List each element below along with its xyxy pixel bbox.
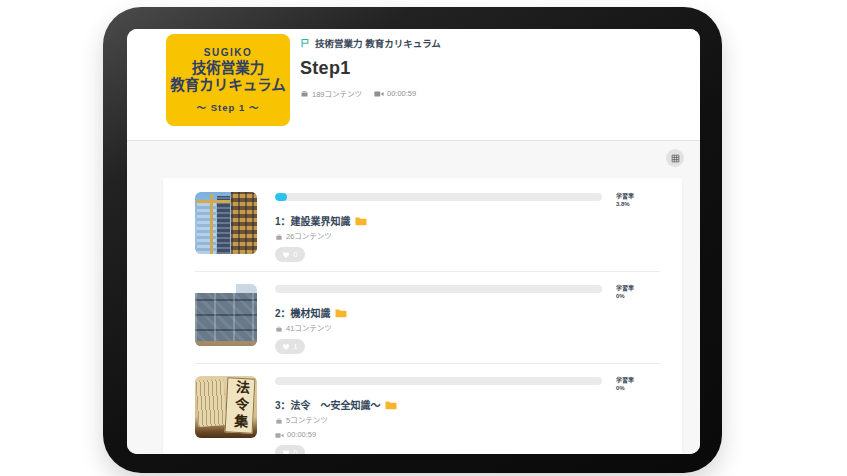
thumbnail-art [196,200,231,203]
header-meta: 189コンテンツ 00:00:59 [300,88,441,99]
breadcrumb[interactable]: 技術営業力 教育カリキュラム [300,36,441,50]
tablet-frame: SUGIKO 技術営業力 教育カリキュラム ～ Step 1 ～ 技術営業力 [103,7,722,473]
folder-icon [355,216,367,226]
page: SUGIKO 技術営業力 教育カリキュラム ～ Step 1 ～ 技術営業力 [0,0,847,476]
heart-icon [282,251,290,259]
logo-line2: 教育カリキュラム [170,77,286,95]
folder-icon [335,308,347,318]
course-contents-count: 26コンテンツ [275,232,660,242]
heart-icon [282,343,290,351]
flag-icon [300,38,310,48]
course-row-3: 法令集 学習率 0% [195,363,660,454]
logo-line1: 技術営業力 [192,60,265,78]
like-button[interactable]: 1 [275,339,305,354]
app-body: 学習率 3.8% 1：建設業界知識 [127,141,700,454]
learning-rate: 学習率 0% [602,376,660,392]
header-contents-count: 189コンテンツ [300,88,362,99]
thumbnail-book-title: 法令集 [229,380,252,432]
thumbnail-art [195,379,226,427]
breadcrumb-label: 技術営業力 教育カリキュラム [315,36,441,50]
like-count: 0 [293,448,297,454]
folder-icon [385,400,397,410]
course-thumbnail-construction[interactable] [195,192,257,254]
course-contents-count: 41コンテンツ [275,324,660,334]
course-row-1: 学習率 3.8% 1：建設業界知識 [195,180,660,271]
like-count: 1 [293,342,297,351]
app-header: SUGIKO 技術営業力 教育カリキュラム ～ Step 1 ～ 技術営業力 [127,29,700,141]
course-title-label: 2：機材知識 [275,305,331,320]
like-button[interactable]: 0 [275,247,305,262]
progress-row: 学習率 0% [275,284,660,300]
course-contents-count: 5コンテンツ [275,416,660,426]
course-row-2: 学習率 0% 2：機材知識 [195,271,660,363]
tablet-screen: SUGIKO 技術営業力 教育カリキュラム ～ Step 1 ～ 技術営業力 [127,29,700,454]
course-contents-label: 41コンテンツ [286,324,332,334]
heart-icon [282,449,290,455]
course-title-label: 3：法令 ～安全知識～ [275,397,381,412]
thumbnail-art [195,293,257,346]
contents-icon [275,417,283,425]
progress-bar [275,285,602,293]
learning-rate-value: 3.8% [616,200,660,208]
learning-rate-label: 学習率 [616,284,660,292]
course-contents-label: 26コンテンツ [286,232,332,242]
header-contents-label: 189コンテンツ [312,88,362,99]
course-thumbnail-lawbook[interactable]: 法令集 [195,376,257,438]
course-row-main: 学習率 0% 3：法令 ～安全知識～ [275,376,660,454]
header-duration-label: 00:00:59 [387,89,416,98]
video-icon [374,90,384,98]
contents-icon [275,233,283,241]
logo-brand-text: SUGIKO [204,47,252,58]
progress-bar [275,377,602,385]
course-contents-label: 5コンテンツ [286,416,328,426]
logo-step-text: ～ Step 1 ～ [197,100,260,114]
learning-rate: 学習率 3.8% [602,192,660,208]
course-thumbnail-equipment[interactable] [195,284,257,346]
contents-icon [300,89,309,98]
like-button[interactable]: 0 [275,445,305,454]
progress-fill [275,193,287,201]
video-icon [275,432,284,439]
thumbnail-art [217,196,229,254]
grid-view-toggle-button[interactable] [666,149,684,167]
page-title: Step1 [300,58,441,79]
course-row-main: 学習率 0% 2：機材知識 [275,284,660,354]
course-title[interactable]: 1：建設業界知識 [275,213,660,228]
course-row-main: 学習率 3.8% 1：建設業界知識 [275,192,660,262]
header-main: 技術営業力 教育カリキュラム Step1 189コンテンツ [300,36,441,99]
like-count: 0 [293,250,297,259]
course-title-label: 1：建設業界知識 [275,213,351,228]
learning-rate: 学習率 0% [602,284,660,300]
contents-icon [275,325,283,333]
thumbnail-art [197,202,216,254]
progress-bar [275,193,602,201]
course-list-card: 学習率 3.8% 1：建設業界知識 [163,178,682,454]
progress-row: 学習率 0% [275,376,660,392]
learning-rate-value: 0% [616,384,660,392]
grid-view-icon [671,154,680,163]
course-duration-label: 00:00:59 [287,430,316,440]
course-logo: SUGIKO 技術営業力 教育カリキュラム ～ Step 1 ～ [166,34,290,126]
learning-rate-value: 0% [616,292,660,300]
progress-row: 学習率 3.8% [275,192,660,208]
learning-rate-label: 学習率 [616,192,660,200]
thumbnail-art: 法令集 [224,377,255,434]
header-duration: 00:00:59 [374,89,416,98]
thumbnail-art [210,194,213,254]
course-title[interactable]: 2：機材知識 [275,305,660,320]
learning-rate-label: 学習率 [616,376,660,384]
course-duration: 00:00:59 [275,430,660,440]
course-title[interactable]: 3：法令 ～安全知識～ [275,397,660,412]
thumbnail-art [231,192,257,254]
thumbnail-art [195,341,257,346]
